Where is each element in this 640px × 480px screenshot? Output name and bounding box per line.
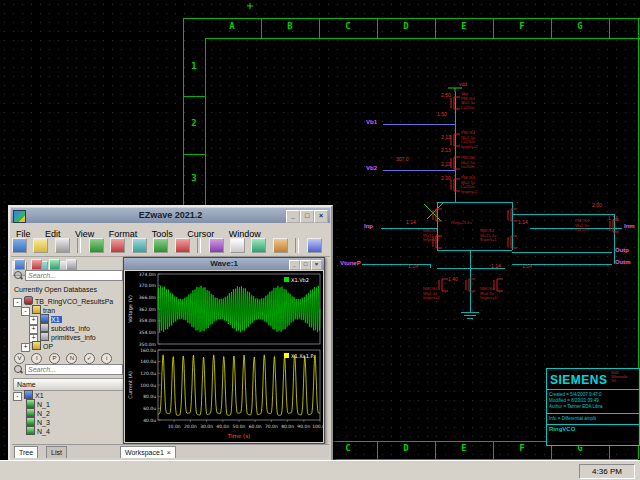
device-label: Ring=15.4u [451, 221, 472, 226]
port-vb1[interactable]: Vb1 [366, 119, 377, 125]
signal-item[interactable]: N_1 [13, 399, 50, 408]
svg-text:374.0m: 374.0m [139, 272, 156, 277]
tree-label: OP [43, 343, 53, 350]
plot-area[interactable]: 374.0m370.0m366.0m362.0m358.0m354.0m350.… [125, 271, 323, 442]
signal-item[interactable]: N_3 [13, 417, 50, 426]
tree-item-subckts[interactable]: +subckts_info [13, 323, 90, 332]
tree-label: primitives_info [51, 334, 96, 341]
ezwave-window[interactable]: EZwave 2021.2 _ □ × File Edit View Forma… [8, 205, 333, 462]
database-search-input[interactable] [25, 270, 123, 281]
paste-icon[interactable] [132, 238, 147, 253]
power-filter-icon[interactable]: P [49, 353, 60, 364]
close-database-icon[interactable] [31, 259, 42, 270]
zoom-out-icon[interactable] [230, 238, 245, 253]
svg-text:90.0n: 90.0n [297, 424, 310, 429]
maximize-button[interactable]: □ [300, 260, 311, 270]
tree-item-database[interactable]: -TB_RingVCO_ResultsPa [13, 296, 113, 305]
open-icon[interactable] [12, 238, 27, 253]
title-block-cellname: RingVCO [549, 427, 637, 432]
desktop: A B C D E F G 1 2 3 C D E F G vdd 2.50 1… [0, 0, 640, 480]
signal-item[interactable]: N_4 [13, 426, 50, 435]
info-icon [40, 332, 49, 341]
zone-letter: E [458, 443, 470, 453]
search-icon [14, 271, 22, 279]
net-value: 307.0 [396, 157, 409, 162]
wave-window[interactable]: Wave:1 _ □ × 374.0m370.0m366.0m362.0m358… [123, 257, 325, 444]
cut-icon[interactable] [89, 238, 104, 253]
signal-item[interactable]: N_2 [13, 408, 50, 417]
wave-titlebar[interactable]: Wave:1 _ □ × [124, 258, 324, 270]
svg-text:80.0u: 80.0u [143, 394, 156, 399]
tab-list[interactable]: List [46, 446, 67, 458]
toolbar [11, 236, 330, 257]
voltage-filter-icon[interactable]: V [14, 353, 25, 364]
signal-search-input[interactable] [25, 364, 123, 375]
close-button[interactable]: × [311, 260, 322, 270]
filter-icon[interactable] [66, 259, 77, 270]
undo-icon[interactable] [153, 238, 168, 253]
zone-letter: A [226, 21, 238, 31]
check-icon[interactable]: ✓ [84, 353, 95, 364]
net-value: 2.00 [592, 203, 602, 208]
save-icon[interactable] [33, 238, 48, 253]
port-vb2[interactable]: Vb2 [366, 165, 377, 171]
title-block: SIEMENS 8005 Wilsonville Tel Created = 5… [546, 368, 640, 446]
port-vtunep[interactable]: VtuneP [340, 260, 361, 266]
expand-icon[interactable]: + [21, 343, 30, 352]
tree-item-x1[interactable]: +X1 [13, 314, 62, 323]
redo-icon[interactable] [175, 238, 190, 253]
menu-bar: File Edit View Format Tools Cursor Windo… [11, 223, 330, 236]
tab-tree[interactable]: Tree [14, 446, 38, 458]
net-value: 2.50 [441, 93, 451, 98]
port-outm[interactable]: Outm [615, 259, 631, 265]
net-value: 1.14 [491, 264, 501, 269]
minimize-button[interactable]: _ [286, 210, 300, 223]
svg-text:Time (s): Time (s) [227, 433, 250, 439]
svg-text:140.0u: 140.0u [140, 359, 156, 364]
ezwave-title: EZwave 2021.2 [139, 210, 203, 220]
minimize-button[interactable]: _ [289, 260, 300, 270]
port-inm[interactable]: Inm [624, 223, 635, 229]
maximize-button[interactable]: □ [300, 210, 314, 223]
zone-letter: D [400, 21, 412, 31]
wave-title: Wave:1 [210, 259, 238, 268]
tree-label: TB_RingVCO_ResultsPa [35, 298, 113, 305]
svg-text:366.0m: 366.0m [139, 295, 156, 300]
svg-text:120.0u: 120.0u [140, 371, 156, 376]
signal-label: N_1 [37, 401, 50, 408]
tree-item-x1-signals[interactable]: -X1 [13, 390, 44, 399]
svg-text:50.0n: 50.0n [233, 424, 246, 429]
databases-label: Currently Open Databases [14, 285, 97, 294]
tab-workspace1[interactable]: Workspace1× [120, 446, 176, 458]
close-button[interactable]: × [314, 210, 328, 223]
net-value: 1.14 [408, 264, 418, 269]
zoom-fit-icon[interactable] [251, 238, 266, 253]
svg-text:358.0m: 358.0m [139, 318, 156, 323]
refresh-icon[interactable] [49, 259, 60, 270]
noise-filter-icon[interactable]: N [66, 353, 77, 364]
vdd-label: vdd [459, 82, 467, 87]
port-inp[interactable]: Inp [364, 223, 373, 229]
info-icon[interactable]: i [101, 353, 112, 364]
waveform-plot[interactable]: 374.0m370.0m366.0m362.0m358.0m354.0m350.… [125, 271, 323, 442]
print-icon[interactable] [55, 238, 70, 253]
title-block-info: Info = Differential amplit [549, 416, 637, 421]
device-label: Vbp PMOS4 W=2.5u L=250n [461, 92, 475, 110]
close-tab-icon[interactable]: × [167, 447, 171, 458]
tree-item-tran[interactable]: -tran [13, 305, 55, 314]
taskbar[interactable]: 4:36 PM [0, 460, 640, 480]
zoom-in-icon[interactable] [209, 238, 224, 253]
port-outp[interactable]: Outp [615, 247, 629, 253]
tree-item-op[interactable]: +OP [13, 341, 53, 350]
ezwave-titlebar[interactable]: EZwave 2021.2 _ □ × [11, 208, 330, 223]
current-filter-icon[interactable]: I [31, 353, 42, 364]
pan-icon[interactable] [273, 238, 288, 253]
svg-text:Current (A): Current (A) [127, 371, 133, 399]
open-database-icon[interactable] [14, 259, 25, 270]
tree-item-primitives[interactable]: +primitives_info [13, 332, 96, 341]
tree-label: subckts_info [51, 325, 90, 332]
zone-letter: C [342, 443, 354, 453]
cursor-tool-icon[interactable] [307, 238, 322, 253]
copy-icon[interactable] [110, 238, 125, 253]
tree-label: tran [43, 307, 55, 314]
